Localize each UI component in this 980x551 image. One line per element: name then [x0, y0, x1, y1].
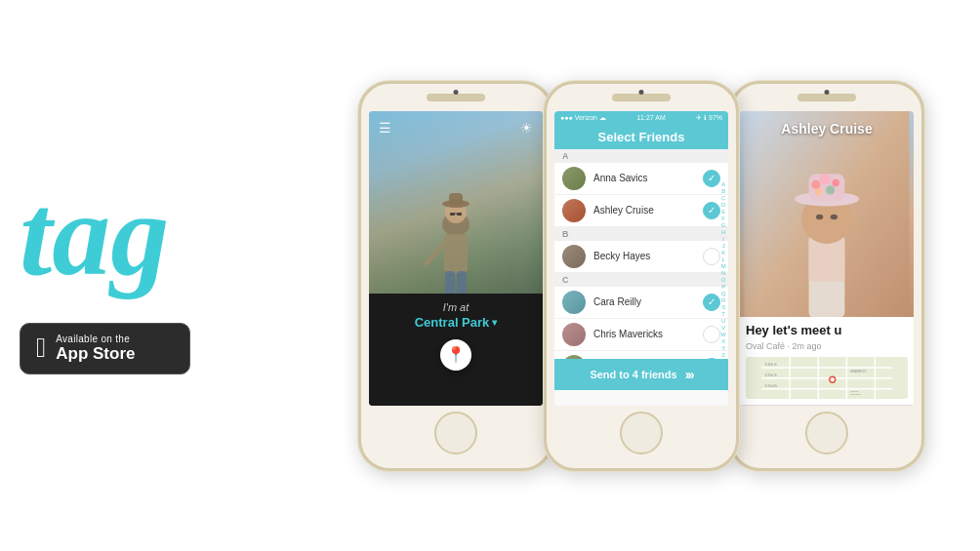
- phone3-person-name: Ashley Cruise: [781, 121, 872, 137]
- phone-ashley: Ashley Cruise Hey let's meet u Oval Café…: [729, 81, 924, 471]
- svg-text:COOPER: COOPER: [850, 393, 861, 396]
- app-logo: tag: [20, 177, 303, 294]
- map-svg: E 26th St E 25th St E 23rd St GRAMERCY P…: [746, 357, 908, 400]
- svg-text:E 25th St: E 25th St: [765, 374, 777, 377]
- carrier-info: ●●● Verizon ☁: [560, 114, 606, 122]
- pin-icon: 📍: [446, 345, 466, 364]
- badge-available-label: Available on the: [56, 334, 135, 344]
- svg-rect-9: [457, 213, 462, 216]
- svg-rect-7: [449, 193, 463, 206]
- woman-silhouette: [417, 176, 495, 302]
- avatar-becky: [562, 245, 586, 268]
- check-anna[interactable]: ✓: [703, 170, 720, 187]
- check-becky[interactable]: [703, 248, 720, 265]
- location-name: Central Park: [415, 315, 490, 330]
- avatar-chris: [562, 323, 586, 346]
- section-a-label: A: [554, 149, 728, 163]
- svg-rect-1: [444, 234, 468, 273]
- location-display[interactable]: Central Park ▾: [415, 315, 498, 330]
- friends-list: A Anna Savics ✓ Ashley Cruise ✓ B Becky …: [554, 149, 728, 390]
- ashley-location: Oval Café · 2m ago: [746, 341, 908, 351]
- alpha-index: A B C D E F G H I J K L M N O P Q: [720, 149, 726, 390]
- svg-point-39: [831, 377, 835, 381]
- avatar-anna: [562, 167, 586, 190]
- phones-container: ☰ ☀: [303, 0, 980, 551]
- check-cara[interactable]: ✓: [703, 294, 720, 311]
- app-store-badge[interactable]:  Available on the App Store: [20, 323, 190, 374]
- check-ashley[interactable]: ✓: [703, 202, 720, 219]
- friend-name-ashley: Ashley Cruise: [593, 205, 703, 216]
- phone1-photo: [369, 111, 543, 302]
- camera-dot-2: [639, 90, 644, 95]
- svg-point-20: [826, 185, 835, 194]
- friend-name-anna: Anna Savics: [593, 173, 703, 183]
- friend-name-chris: Chris Mavericks: [593, 329, 703, 339]
- imat-label: I'm at: [443, 301, 470, 313]
- camera-icon[interactable]: ☀: [520, 120, 533, 136]
- pin-button[interactable]: 📍: [440, 339, 471, 371]
- menu-icon[interactable]: ☰: [379, 120, 391, 136]
- ashley-figure: [740, 111, 914, 317]
- send-arrows: ›››: [685, 367, 693, 382]
- phone3-bottom: Hey let's meet u Oval Café · 2m ago: [740, 317, 914, 406]
- phone1-toolbar: ☰ ☀: [369, 116, 543, 139]
- select-friends-header: Select Friends: [554, 125, 728, 149]
- apple-icon: : [36, 335, 46, 362]
- avatar-ashley: [562, 199, 586, 222]
- svg-point-23: [831, 214, 837, 219]
- friend-chris[interactable]: Chris Mavericks: [554, 319, 728, 351]
- section-b-label: B: [554, 227, 728, 241]
- svg-point-22: [816, 214, 823, 219]
- send-button[interactable]: Send to 4 friends ›››: [554, 359, 728, 390]
- ashley-name-overlay: Ashley Cruise: [740, 121, 914, 137]
- camera-dot-3: [825, 90, 830, 95]
- svg-text:E 23rd St: E 23rd St: [765, 383, 777, 387]
- select-friends-title: Select Friends: [598, 130, 685, 144]
- hey-message: Hey let's meet u: [746, 323, 908, 337]
- phone3-screen: Ashley Cruise Hey let's meet u Oval Café…: [740, 111, 914, 406]
- svg-rect-8: [450, 213, 455, 216]
- svg-text:E 26th St: E 26th St: [765, 363, 777, 367]
- svg-point-19: [833, 178, 839, 185]
- battery-info: ✈ ℹ 97%: [696, 114, 722, 122]
- friend-name-cara: Cara Reilly: [593, 296, 703, 307]
- dropdown-arrow: ▾: [492, 317, 497, 328]
- friend-name-becky: Becky Hayes: [593, 251, 703, 261]
- phone-select-friends: ●●● Verizon ☁ 11:27 AM ✈ ℹ 97% Select Fr…: [544, 81, 739, 471]
- avatar-cara: [562, 291, 586, 314]
- svg-point-21: [815, 188, 822, 195]
- svg-point-17: [811, 179, 820, 188]
- send-label: Send to 4 friends: [590, 369, 676, 380]
- svg-text:GRAMERCY: GRAMERCY: [850, 370, 867, 374]
- svg-point-18: [820, 174, 831, 184]
- friend-ashley[interactable]: Ashley Cruise ✓: [554, 195, 728, 227]
- friend-becky[interactable]: Becky Hayes: [554, 241, 728, 273]
- section-c-label: C: [554, 273, 728, 287]
- friend-cara[interactable]: Cara Reilly ✓: [554, 287, 728, 319]
- time-display: 11:27 AM: [636, 114, 666, 121]
- map-area: E 26th St E 25th St E 23rd St GRAMERCY P…: [746, 357, 908, 400]
- phone1-bottom: I'm at Central Park ▾ 📍: [369, 294, 543, 406]
- phone1-screen: ☰ ☀: [369, 111, 543, 406]
- phone3-photo: Ashley Cruise: [740, 111, 914, 317]
- phone1-content: ☰ ☀: [369, 111, 543, 406]
- check-chris[interactable]: [703, 326, 720, 343]
- badge-appstore-label: App Store: [56, 344, 135, 364]
- friend-anna[interactable]: Anna Savics ✓: [554, 163, 728, 195]
- phone2-screen: ●●● Verizon ☁ 11:27 AM ✈ ℹ 97% Select Fr…: [554, 111, 728, 406]
- status-bar: ●●● Verizon ☁ 11:27 AM ✈ ℹ 97%: [554, 111, 728, 125]
- branding-area: tag  Available on the App Store: [0, 0, 303, 551]
- phone-central-park: ☰ ☀: [358, 81, 553, 471]
- badge-text: Available on the App Store: [56, 334, 135, 364]
- camera-dot: [454, 90, 459, 95]
- svg-line-4: [427, 244, 444, 263]
